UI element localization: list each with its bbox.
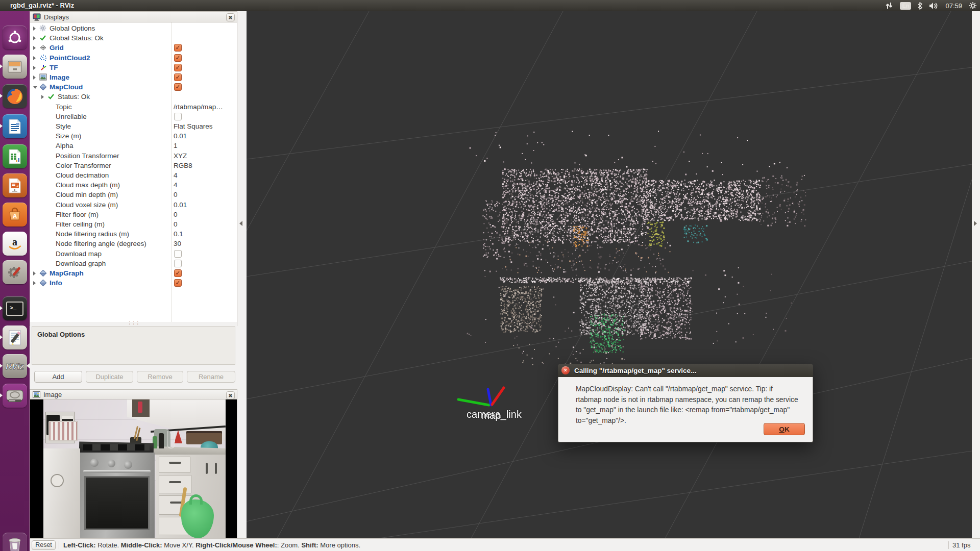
property-value[interactable]: 1 [174, 142, 178, 149]
help-segment: More options. [318, 541, 360, 549]
dialog-ok-button[interactable]: OK [764, 423, 805, 435]
property-value[interactable]: 0.1 [174, 230, 183, 238]
property-row-position-transformer[interactable]: Position TransformerXYZ [30, 151, 237, 161]
display-row-pointcloud2[interactable]: PointCloud2✓ [30, 53, 237, 63]
launcher-item-file-manager[interactable] [3, 55, 27, 79]
clock[interactable]: 07:59 [945, 2, 962, 10]
display-row-tf[interactable]: TF✓ [30, 63, 237, 72]
dialog-titlebar[interactable]: ✕ Calling "/rtabmap/get_map" service... [558, 364, 813, 377]
display-row-info[interactable]: Info✓ [30, 278, 237, 288]
displays-close-button[interactable]: ✖ [226, 13, 235, 21]
property-row-unreliable[interactable]: Unreliable [30, 112, 237, 121]
expand-arrow-icon[interactable] [33, 46, 36, 50]
launcher-item-libreoffice-calc[interactable] [3, 144, 27, 168]
checkbox-checked[interactable]: ✓ [174, 64, 182, 71]
launcher-item-trash[interactable] [3, 533, 27, 551]
display-row-mapgraph[interactable]: MapGraph✓ [30, 268, 237, 278]
expand-arrow-icon[interactable] [33, 66, 36, 70]
launcher-item-firefox[interactable] [3, 84, 27, 108]
add-button[interactable]: Add [34, 371, 82, 383]
expand-arrow-icon[interactable] [33, 56, 36, 60]
property-row-style[interactable]: StyleFlat Squares [30, 121, 237, 131]
checkbox-unchecked[interactable] [174, 113, 182, 120]
checkbox-checked[interactable]: ✓ [174, 83, 182, 91]
checkbox-checked[interactable]: ✓ [174, 279, 182, 287]
expand-arrow-icon[interactable] [33, 281, 36, 285]
panel-splitter-handle[interactable]: ⋮⋮⋮ [30, 322, 237, 326]
expand-arrow-icon[interactable] [41, 95, 44, 99]
display-row-status-ok[interactable]: Status: Ok [30, 92, 237, 102]
launcher-item-terminal[interactable]: >_ [3, 296, 27, 320]
updown-arrows-icon[interactable] [885, 2, 893, 9]
property-value[interactable]: 4 [174, 181, 178, 189]
property-row-topic[interactable]: Topic/rtabmap/map… [30, 102, 237, 112]
launcher-item-text-editor[interactable] [3, 325, 27, 349]
property-value[interactable]: 30 [174, 240, 181, 247]
display-row-mapcloud[interactable]: MapCloud✓ [30, 82, 237, 92]
property-row-node-filtering-radius-m-[interactable]: Node filtering radius (m)0.1 [30, 229, 237, 239]
expand-arrow-icon[interactable] [33, 76, 36, 80]
launcher-item-libreoffice-impress[interactable] [3, 173, 27, 197]
checkbox-checked[interactable]: ✓ [174, 73, 182, 81]
property-value[interactable]: 0 [174, 220, 178, 228]
launcher-item-ubuntu-software[interactable]: A [3, 203, 27, 227]
panel-collapse-arrow-left[interactable] [239, 221, 242, 226]
launcher-item-rviz[interactable]: RViz [3, 354, 27, 378]
property-row-download-map[interactable]: Download map [30, 249, 237, 259]
property-value[interactable]: 0.01 [174, 201, 187, 209]
property-value[interactable]: 0 [174, 191, 178, 198]
launcher-item-dash-home[interactable] [3, 26, 27, 49]
property-row-cloud-max-depth-m-[interactable]: Cloud max depth (m)4 [30, 180, 237, 190]
display-row-image[interactable]: Image✓ [30, 72, 237, 82]
launcher-item-amazon[interactable]: a [3, 232, 27, 256]
launcher-item-disk-utility[interactable] [3, 384, 27, 408]
checkbox-checked[interactable]: ✓ [174, 269, 182, 277]
dialog-close-button[interactable]: ✕ [561, 366, 570, 374]
property-row-cloud-voxel-size-m-[interactable]: Cloud voxel size (m)0.01 [30, 200, 237, 210]
display-row-global-options[interactable]: Global Options [30, 23, 237, 33]
display-row-global-status-ok[interactable]: Global Status: Ok [30, 33, 237, 43]
displays-panel-header[interactable]: Displays ✖ [30, 11, 237, 22]
launcher-item-system-settings[interactable] [3, 260, 27, 284]
panel-collapse-arrow-right[interactable] [974, 221, 977, 226]
dialog-message: MapCloudDisplay: Can't call "/rtabmap/ge… [576, 384, 800, 426]
property-value[interactable]: 4 [174, 171, 178, 179]
checkbox-checked[interactable]: ✓ [174, 54, 182, 62]
property-row-cloud-min-depth-m-[interactable]: Cloud min depth (m)0 [30, 190, 237, 199]
volume-icon[interactable] [929, 2, 939, 10]
row-label: Cloud max depth (m) [56, 181, 120, 189]
expand-arrow-icon[interactable] [33, 27, 36, 31]
checkbox-unchecked[interactable] [174, 250, 182, 258]
image-panel-header[interactable]: Image ✖ [30, 389, 237, 399]
desktop: rgbd_gal.rviz* - RViz En 07:59 Aa>_RViz … [0, 0, 980, 551]
expand-arrow-icon[interactable] [33, 36, 36, 40]
property-value[interactable]: /rtabmap/map… [174, 103, 223, 111]
property-value[interactable]: XYZ [174, 152, 187, 160]
bluetooth-icon[interactable] [918, 2, 922, 10]
property-row-cloud-decimation[interactable]: Cloud decimation4 [30, 170, 237, 180]
checkbox-unchecked[interactable] [174, 260, 182, 267]
image-close-button[interactable]: ✖ [226, 391, 235, 399]
expand-arrow-open-icon[interactable] [33, 86, 37, 89]
display-row-grid[interactable]: Grid✓ [30, 43, 237, 53]
property-row-color-transformer[interactable]: Color TransformerRGB8 [30, 161, 237, 170]
property-row-alpha[interactable]: Alpha1 [30, 141, 237, 151]
render-viewport-3d[interactable]: camera_linkmap [247, 11, 972, 538]
property-row-node-filtering-angle-degrees-[interactable]: Node filtering angle (degrees)30 [30, 239, 237, 248]
property-value[interactable]: Flat Squares [174, 122, 213, 130]
expand-arrow-icon[interactable] [33, 271, 36, 276]
session-gear-icon[interactable] [969, 2, 977, 10]
launcher-item-libreoffice-writer[interactable] [3, 114, 27, 138]
property-value[interactable]: 0 [174, 211, 178, 218]
pointcloud-canvas [247, 11, 972, 538]
property-row-size-m-[interactable]: Size (m)0.01 [30, 131, 237, 141]
property-row-download-graph[interactable]: Download graph [30, 259, 237, 268]
property-value[interactable]: RGB8 [174, 162, 192, 169]
property-row-filter-floor-m-[interactable]: Filter floor (m)0 [30, 210, 237, 219]
property-value[interactable]: 0.01 [174, 132, 187, 140]
keyboard-layout-indicator[interactable]: En [900, 2, 911, 10]
property-row-filter-ceiling-m-[interactable]: Filter ceiling (m)0 [30, 219, 237, 229]
running-indicator [0, 64, 3, 68]
reset-button[interactable]: Reset [32, 540, 56, 550]
checkbox-checked[interactable]: ✓ [174, 44, 182, 52]
